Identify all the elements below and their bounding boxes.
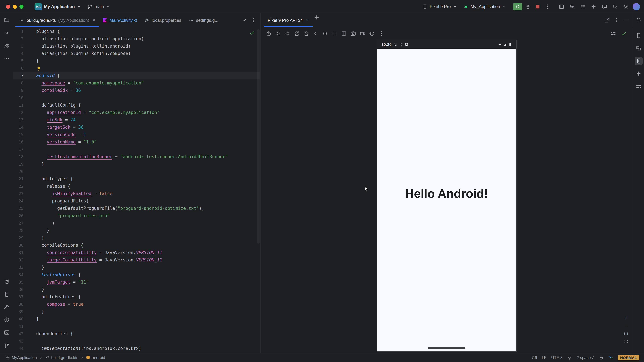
code-line[interactable]: 21 buildTypes { [14,175,260,183]
plug-icon[interactable] [567,355,572,360]
code-line[interactable]: 19 } [14,161,260,168]
logcat-icon[interactable] [2,278,10,286]
hidden-tabs-button[interactable] [240,16,248,24]
close-window-button[interactable] [6,4,10,8]
terminal-icon[interactable] [2,329,10,337]
code-line[interactable]: 29 } [14,234,260,242]
minimize-window-button[interactable] [13,4,17,8]
problems-icon[interactable] [2,316,10,324]
user-avatar[interactable] [632,3,640,10]
power-icon[interactable] [265,29,273,37]
code-line[interactable]: 18 testInstrumentationRunner = "androidx… [14,153,260,161]
code-line[interactable]: 34 kotlinOptions { [14,271,260,279]
gemini-icon[interactable] [590,2,598,10]
project-selector[interactable]: MA My Application [32,2,84,11]
code-line[interactable]: 25 getDefaultProguardFile("proguard-andr… [14,205,260,212]
editor-tab[interactable]: local.properties [141,13,185,27]
code-line[interactable]: 32 targetCompatibility = JavaVersion.VER… [14,256,260,264]
device-tab[interactable]: Pixel 9 Pro API 34 × [264,13,312,27]
running-devices-icon[interactable] [634,57,642,65]
code-search-icon[interactable] [568,2,576,10]
code-line[interactable]: 8 namespace = "com.example.myapplication… [14,79,260,87]
caret-position-widget[interactable]: 7:9 [532,355,537,360]
line-separator-widget[interactable]: LF [542,355,546,360]
display-settings-icon[interactable] [609,29,617,37]
breadcrumb-item[interactable]: android [86,355,105,360]
bulb-icon[interactable] [36,66,41,71]
code-line[interactable]: 20 [14,168,260,175]
code-line[interactable]: 9 compileSdk = 36 [14,87,260,94]
build-icon[interactable] [2,303,10,311]
code-line[interactable]: 39 } [14,308,260,316]
lock-icon[interactable] [599,355,604,360]
feedback-icon[interactable] [600,2,608,10]
code-line[interactable]: 38 compose = true [14,301,260,308]
code-line[interactable]: 7android { [14,72,260,79]
code-line[interactable]: 42dependencies { [14,330,260,338]
zoom-window-button[interactable] [20,4,24,8]
version-control-icon[interactable] [2,341,10,349]
checklist-icon[interactable] [579,2,587,10]
fold-icon[interactable] [340,29,348,37]
volume-down-icon[interactable] [284,29,292,37]
device-manager-icon[interactable] [634,31,642,39]
breadcrumb-item[interactable]: build.gradle.kts [45,355,78,360]
snapshots-icon[interactable] [368,29,376,37]
add-device-tab-button[interactable] [312,13,321,21]
code-line[interactable]: 4 alias(libs.plugins.kotlin.compose) [14,50,260,57]
device-selector[interactable]: Pixel 9 Pro [420,3,460,10]
code-line[interactable]: 5} [14,57,260,65]
close-device-tab-icon[interactable]: × [306,17,309,23]
code-line[interactable]: 13 minSdk = 24 [14,116,260,124]
code-line[interactable]: 16 versionName = "1.0" [14,138,260,146]
build-variants-icon[interactable] [634,82,642,90]
inspections-ok-icon[interactable] [249,30,255,36]
code-line[interactable]: 35 jvmTarget = "11" [14,279,260,286]
indent-widget[interactable]: 2 spaces* [576,355,594,360]
code-line[interactable]: 43 [14,338,260,345]
code-line[interactable]: 30 compileOptions { [14,242,260,249]
tab-options-button[interactable] [250,16,258,24]
zoom-to-fit-button[interactable] [622,339,629,344]
rotate-right-icon[interactable] [302,29,310,37]
overview-icon[interactable] [330,29,338,37]
code-line[interactable]: 1plugins { [14,28,260,35]
minimize-icon[interactable] [622,16,630,24]
open-window-icon[interactable] [603,16,611,24]
code-line[interactable]: 15 versionCode = 1 [14,131,260,138]
notifications-icon[interactable] [634,16,642,24]
more-horizontal-icon[interactable] [2,54,10,62]
code-line[interactable]: 22 release { [14,183,260,190]
code-line[interactable]: 14 targetSdk = 36 [14,124,260,131]
code-line[interactable]: 26 "proguard-rules.pro" [14,212,260,220]
code-line[interactable]: 36 } [14,286,260,293]
code-line[interactable]: 40} [14,316,260,323]
code-line[interactable]: 24 proguardFiles( [14,197,260,205]
code-line[interactable]: 23 isMinifyEnabled = false [14,190,260,197]
ideavim-icon[interactable] [608,355,613,360]
editor-tab[interactable]: build.gradle.kts(My Application)× [16,13,99,27]
code-line[interactable]: 27 ) [14,220,260,227]
emulator-screen[interactable]: 10:20 Hello Android! [377,40,516,352]
more-run-actions-button[interactable] [544,2,552,10]
zoom-reset-button[interactable]: 1:1 [622,331,629,336]
tool-windows-icon[interactable] [558,2,566,10]
project-icon[interactable] [2,16,10,24]
editor-tab[interactable]: settings.g... [185,13,222,27]
debug-button[interactable] [524,2,532,10]
screen-record-icon[interactable] [358,29,366,37]
zoom-in-button[interactable]: + [622,316,629,321]
code-line[interactable]: 44 implementation(libs.androidx.core.ktx… [14,345,260,352]
code-line[interactable]: 12 applicationId = "com.example.myapplic… [14,109,260,116]
stop-button[interactable] [534,2,542,10]
gemini-icon[interactable] [634,70,642,78]
more-vertical-icon[interactable] [377,29,386,37]
rerun-button[interactable] [513,3,522,10]
more-vertical-icon[interactable] [612,16,620,24]
code-line[interactable]: 10 [14,94,260,102]
back-icon[interactable] [312,29,320,37]
device-explorer-icon[interactable] [2,290,10,298]
code-line[interactable]: 11 defaultConfig { [14,102,260,109]
home-icon[interactable] [321,29,329,37]
pull-requests-icon[interactable] [2,41,10,50]
